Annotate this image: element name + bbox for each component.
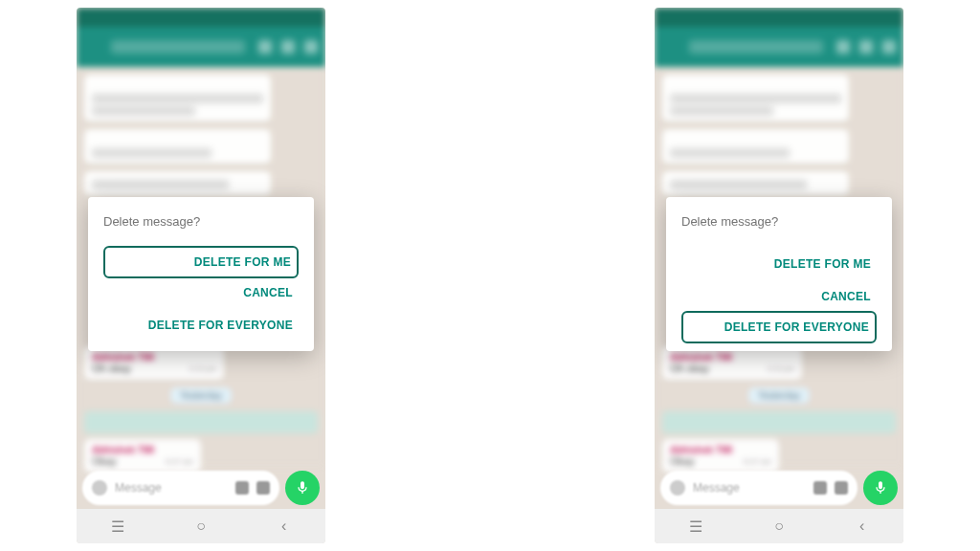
status-bar <box>77 8 325 27</box>
back-icon[interactable] <box>84 40 98 54</box>
nav-recents-icon[interactable]: ☰ <box>686 517 705 536</box>
message-text: Oh okay <box>92 363 131 374</box>
nav-home-icon[interactable]: ○ <box>769 517 789 536</box>
delete-for-everyone-button[interactable]: DELETE FOR EVERYONE <box>103 309 299 342</box>
delete-for-me-button[interactable]: DELETE FOR ME <box>681 248 877 280</box>
input-row: Message <box>655 467 903 509</box>
camera-icon[interactable] <box>835 481 848 495</box>
mic-icon <box>873 480 888 496</box>
message-input[interactable]: Message <box>660 471 858 505</box>
cancel-button[interactable]: CANCEL <box>681 280 877 313</box>
action-icons <box>836 40 896 54</box>
action-icons <box>258 40 318 54</box>
video-call-icon[interactable] <box>836 40 850 54</box>
sender-name: Abhishek TMI <box>670 445 771 455</box>
mic-button[interactable] <box>863 471 898 505</box>
delete-dialog: Delete message? DELETE FOR ME CANCEL DEL… <box>88 197 314 351</box>
mic-button[interactable] <box>285 471 320 505</box>
video-call-icon[interactable] <box>258 40 272 54</box>
message-bubble <box>84 75 271 121</box>
timestamp: 2:13 pm <box>189 364 216 373</box>
message-bubble[interactable]: Abhishek TMI Oh okay 2:13 pm <box>84 346 224 380</box>
input-placeholder: Message <box>693 481 806 495</box>
nav-recents-icon[interactable]: ☰ <box>108 517 127 536</box>
sender-name: Abhishek TMI <box>92 445 193 455</box>
chat-title <box>689 40 823 54</box>
nav-home-icon[interactable]: ○ <box>191 517 211 536</box>
attach-icon[interactable] <box>235 481 249 495</box>
status-bar <box>655 8 903 27</box>
system-banner <box>662 411 896 433</box>
emoji-icon[interactable] <box>670 480 685 496</box>
phone-left: Abhishek TMI Oh okay 2:13 pm Yesterday A… <box>77 8 325 543</box>
input-placeholder: Message <box>115 481 228 495</box>
message-bubble <box>84 171 271 195</box>
call-icon[interactable] <box>859 40 873 54</box>
message-bubble <box>84 129 271 164</box>
navigation-bar: ☰ ○ ‹ <box>77 509 325 543</box>
chat-title <box>111 40 245 54</box>
timestamp: 2:13 pm <box>767 364 794 373</box>
dialog-title: Delete message? <box>681 214 877 229</box>
dialog-title: Delete message? <box>103 214 299 229</box>
message-text: Oh okay <box>670 363 709 374</box>
emoji-icon[interactable] <box>92 480 107 496</box>
date-separator: Yesterday <box>170 387 232 404</box>
app-bar <box>655 27 903 67</box>
call-icon[interactable] <box>281 40 295 54</box>
attach-icon[interactable] <box>813 481 827 495</box>
sender-name: Abhishek TMI <box>670 352 794 363</box>
delete-for-me-button[interactable]: DELETE FOR ME <box>103 246 299 278</box>
camera-icon[interactable] <box>256 481 270 495</box>
sender-name: Abhishek TMI <box>92 352 216 363</box>
message-input[interactable]: Message <box>82 471 279 505</box>
system-banner <box>84 411 318 433</box>
timestamp: 8:37 am <box>744 457 771 466</box>
message-text: Okay <box>670 455 695 467</box>
input-row: Message <box>77 467 325 509</box>
nav-back-icon[interactable]: ‹ <box>275 517 294 536</box>
message-bubble <box>662 129 849 164</box>
delete-for-everyone-button[interactable]: DELETE FOR EVERYONE <box>681 311 877 343</box>
message-bubble[interactable]: Abhishek TMI Oh okay 2:13 pm <box>662 346 802 380</box>
back-icon[interactable] <box>662 40 676 54</box>
nav-back-icon[interactable]: ‹ <box>853 517 872 536</box>
message-bubble <box>662 171 849 195</box>
cancel-button[interactable]: CANCEL <box>103 276 299 309</box>
date-separator: Yesterday <box>748 387 810 404</box>
timestamp: 8:37 am <box>166 457 193 466</box>
message-bubble <box>662 75 849 121</box>
phone-right: Abhishek TMI Oh okay 2:13 pm Yesterday A… <box>655 8 903 543</box>
app-bar <box>77 27 325 67</box>
overflow-icon[interactable] <box>882 40 896 54</box>
mic-icon <box>295 480 310 496</box>
navigation-bar: ☰ ○ ‹ <box>655 509 903 543</box>
overflow-icon[interactable] <box>304 40 318 54</box>
delete-dialog: Delete message? DELETE FOR ME CANCEL DEL… <box>666 197 892 351</box>
message-text: Okay <box>92 455 117 467</box>
